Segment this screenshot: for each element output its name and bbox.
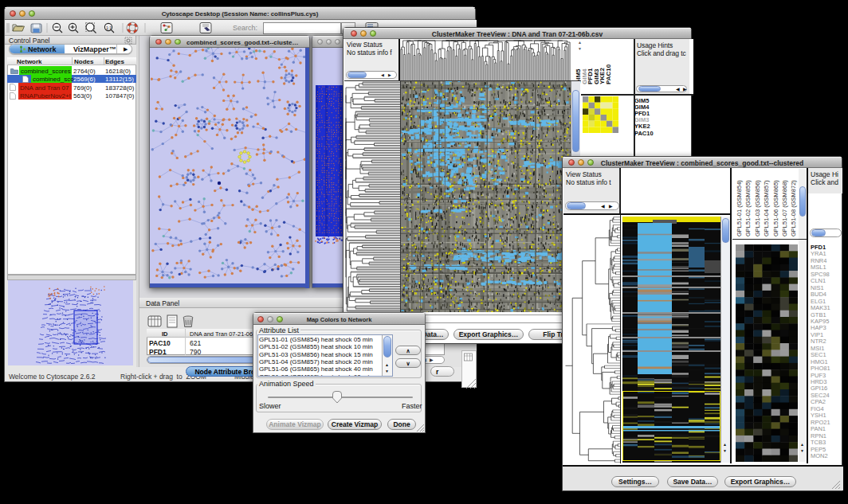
svg-text:GPL51-01 (GSM854): GPL51-01 (GSM854) <box>736 180 743 236</box>
svg-text:GPL51-07 (GSM868): GPL51-07 (GSM868) <box>781 180 788 236</box>
svg-text:GPL51-03 (GSM856): GPL51-03 (GSM856) <box>754 180 761 236</box>
svg-text:GPL51-04 (GSM857): GPL51-04 (GSM857) <box>763 180 770 236</box>
svg-text:PAC10: PAC10 <box>605 64 612 84</box>
svg-text:GPL51-08 (GSM872): GPL51-08 (GSM872) <box>790 180 797 236</box>
svg-text:1:1: 1:1 <box>106 25 112 30</box>
svg-text:GPL51-02 (GSM855): GPL51-02 (GSM855) <box>744 180 752 236</box>
svg-text:GPL51-06 (GSM865): GPL51-06 (GSM865) <box>772 180 779 236</box>
